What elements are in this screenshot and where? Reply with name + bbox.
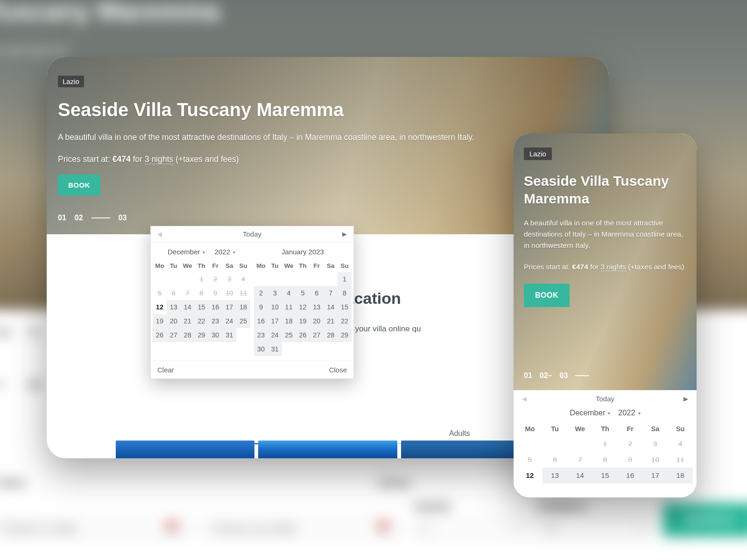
hero-pager[interactable]: 01 02– 03	[524, 371, 589, 380]
month-header[interactable]: December▾ 2022▾	[153, 245, 250, 259]
pager-item[interactable]: 01	[524, 371, 532, 380]
bg-checkin-field[interactable]: Check-in Date 📅	[0, 520, 189, 537]
calendar-dow: Su	[338, 259, 352, 272]
calendar-day[interactable]: 20	[167, 314, 181, 328]
calendar-day[interactable]: 26	[153, 328, 167, 342]
calendar-day[interactable]: 29	[195, 328, 209, 342]
calendar-day[interactable]: 1	[338, 272, 352, 286]
calendar-day[interactable]: 31	[268, 342, 282, 356]
bg-search-button[interactable]: SEARCH	[663, 503, 747, 537]
pager-item[interactable]: 03	[119, 214, 127, 222]
location-tag[interactable]: Lazio	[58, 76, 84, 87]
calendar-day[interactable]: 19	[296, 314, 310, 328]
calendar-clear-button[interactable]: Clear	[157, 366, 174, 374]
calendar-day[interactable]: 31	[222, 328, 236, 342]
calendar-day[interactable]: 12	[517, 468, 543, 483]
prev-month-button[interactable]: ◀	[520, 395, 529, 402]
calendar-day: 10	[643, 452, 668, 468]
calendar-close-button[interactable]: Close	[329, 366, 347, 374]
location-tag[interactable]: Lazio	[524, 147, 552, 160]
book-button[interactable]: BOOK	[58, 175, 100, 196]
calendar-day[interactable]: 18	[236, 300, 250, 314]
hero-pager[interactable]: 01 02 03	[58, 214, 127, 222]
calendar-day[interactable]: 25	[282, 328, 296, 342]
calendar-day[interactable]: 13	[167, 300, 181, 314]
calendar-day[interactable]: 14	[181, 300, 195, 314]
calendar-day[interactable]: 5	[296, 286, 310, 300]
calendar-day[interactable]: 23	[254, 328, 268, 342]
calendar-day[interactable]: 18	[668, 468, 693, 483]
book-button[interactable]: BOOK	[524, 284, 570, 307]
calendar-day[interactable]: 12	[153, 300, 167, 314]
calendar-day[interactable]: 4	[282, 286, 296, 300]
calendar-day[interactable]: 24	[268, 328, 282, 342]
calendar-day[interactable]: 21	[181, 314, 195, 328]
pager-item[interactable]: 02–	[540, 371, 552, 380]
calendar-day[interactable]: 28	[324, 328, 338, 342]
hero-description: A beautiful villa in one of the most att…	[524, 217, 686, 251]
bg-adults-field[interactable]: 1 ▾	[414, 520, 525, 537]
month-header[interactable]: December▾ 2022▾	[517, 406, 693, 422]
calendar-day[interactable]: 16	[254, 314, 268, 328]
calendar-day[interactable]: 30	[254, 342, 268, 356]
calendar-day[interactable]: 6	[310, 286, 324, 300]
calendar-day[interactable]: 22	[195, 314, 209, 328]
calendar-day[interactable]: 8	[338, 286, 352, 300]
calendar-day[interactable]: 15	[195, 300, 209, 314]
calendar-day: 8	[592, 452, 618, 468]
gallery-thumb[interactable]	[258, 441, 397, 458]
calendar-day[interactable]: 13	[310, 300, 324, 314]
pager-item[interactable]: 03	[560, 371, 568, 380]
calendar-day[interactable]: 27	[310, 328, 324, 342]
calendar-icon: 📅	[375, 521, 390, 536]
calendar-day[interactable]: 17	[268, 314, 282, 328]
calendar-day[interactable]: 18	[282, 314, 296, 328]
calendar-day[interactable]: 29	[338, 328, 352, 342]
calendar-day[interactable]: 30	[208, 328, 222, 342]
month-header[interactable]: January 2023	[254, 245, 352, 259]
calendar-day[interactable]: 15	[592, 468, 618, 483]
next-month-button[interactable]: ▶	[340, 231, 349, 238]
gallery-thumb[interactable]	[116, 441, 254, 458]
calendar-day[interactable]: 9	[254, 300, 268, 314]
calendar-day[interactable]: 19	[153, 314, 167, 328]
calendar-day: 2	[618, 436, 643, 452]
calendar-day[interactable]: 27	[167, 328, 181, 342]
calendar-dow: Mo	[517, 422, 543, 436]
calendar-dow: We	[567, 422, 592, 436]
calendar-day[interactable]: 12	[296, 300, 310, 314]
calendar-day[interactable]: 14	[324, 300, 338, 314]
calendar-day: 1	[195, 272, 209, 286]
next-month-button[interactable]: ▶	[682, 395, 690, 402]
calendar-day[interactable]: 17	[643, 468, 668, 483]
calendar-day[interactable]: 15	[338, 300, 352, 314]
calendar-day[interactable]: 11	[282, 300, 296, 314]
calendar-day[interactable]: 24	[222, 314, 236, 328]
today-button[interactable]: Today	[164, 230, 340, 238]
calendar-day[interactable]: 21	[324, 314, 338, 328]
bg-clear[interactable]: Clear	[0, 476, 26, 490]
calendar-day[interactable]: 2	[254, 286, 268, 300]
calendar-day[interactable]: 14	[567, 468, 592, 483]
today-button[interactable]: Today	[529, 395, 682, 403]
calendar-dow: Su	[236, 259, 250, 272]
calendar-day[interactable]: 22	[338, 314, 352, 328]
pager-item[interactable]: 02	[75, 214, 83, 222]
calendar-day[interactable]: 23	[208, 314, 222, 328]
calendar-day[interactable]: 3	[268, 286, 282, 300]
calendar-day[interactable]: 10	[268, 300, 282, 314]
calendar-day[interactable]: 7	[324, 286, 338, 300]
prev-month-button[interactable]: ◀	[155, 231, 164, 238]
calendar-day[interactable]: 28	[181, 328, 195, 342]
calendar-day[interactable]: 25	[236, 314, 250, 328]
pager-item[interactable]: 01	[58, 214, 66, 222]
bg-checkout-field[interactable]: Check-out Date 📅	[202, 520, 401, 537]
calendar-day[interactable]: 26	[296, 328, 310, 342]
calendar-day[interactable]: 20	[310, 314, 324, 328]
calendar-day[interactable]: 17	[222, 300, 236, 314]
calendar-day[interactable]: 16	[618, 468, 643, 483]
calendar-day[interactable]: 16	[208, 300, 222, 314]
calendar-day[interactable]: 13	[543, 468, 568, 483]
bg-close[interactable]: Close	[378, 476, 411, 490]
bg-children-field[interactable]: 0 ▾	[538, 520, 650, 537]
